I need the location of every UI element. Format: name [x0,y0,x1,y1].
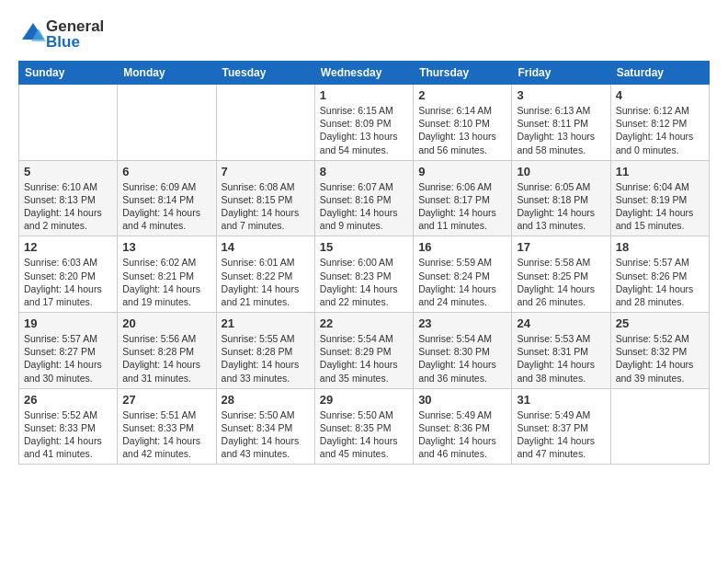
day-info: Sunrise: 6:06 AMSunset: 8:17 PMDaylight:… [418,180,506,233]
calendar-day-cell: 6Sunrise: 6:09 AMSunset: 8:14 PMDaylight… [118,160,216,236]
day-number: 30 [418,393,506,407]
day-info-line: Sunrise: 6:03 AM [24,256,112,269]
day-info-line: Daylight: 14 hours [122,206,210,219]
day-info-line: Sunset: 8:36 PM [418,421,506,434]
day-info-line: Sunrise: 5:52 AM [24,408,112,421]
calendar-day-cell: 28Sunrise: 5:50 AMSunset: 8:34 PMDayligh… [216,388,314,465]
day-info-line: Sunrise: 5:54 AM [418,332,506,345]
day-number: 16 [418,240,506,254]
day-info-line: Sunrise: 6:10 AM [24,180,112,193]
day-info-line: Sunset: 8:23 PM [320,270,408,282]
day-info-line: and 22 minutes. [320,295,408,308]
calendar-day-cell: 18Sunrise: 5:57 AMSunset: 8:26 PMDayligh… [610,236,709,313]
calendar-day-cell: 31Sunrise: 5:49 AMSunset: 8:37 PMDayligh… [512,388,610,465]
day-info-line: Daylight: 14 hours [24,434,112,447]
logo-icon [20,21,46,47]
calendar-body: 1Sunrise: 6:15 AMSunset: 8:09 PMDaylight… [19,85,710,465]
day-info: Sunrise: 5:54 AMSunset: 8:29 PMDaylight:… [320,332,408,385]
day-info: Sunrise: 6:01 AMSunset: 8:22 PMDaylight:… [222,256,310,308]
day-info-line: Sunrise: 6:14 AM [418,104,506,117]
day-info-line: and 0 minutes. [616,144,704,156]
day-info-line: Daylight: 14 hours [418,206,506,219]
day-info-line: and 36 minutes. [418,372,506,385]
day-number: 15 [320,240,408,254]
day-info-line: Sunrise: 6:07 AM [320,180,408,193]
day-info-line: and 58 minutes. [517,144,605,156]
day-info-line: Sunrise: 5:57 AM [24,332,112,345]
day-info-line: Daylight: 14 hours [320,206,408,219]
calendar-day-cell: 26Sunrise: 5:52 AMSunset: 8:33 PMDayligh… [19,388,118,465]
day-info-line: Sunset: 8:13 PM [24,193,112,206]
day-info-line: and 45 minutes. [320,447,408,460]
calendar-day-cell: 9Sunrise: 6:06 AMSunset: 8:17 PMDaylight… [414,160,512,236]
day-number: 4 [616,88,704,102]
day-number: 20 [122,316,210,330]
day-number: 21 [222,316,310,330]
day-info-line: and 31 minutes. [122,372,210,385]
calendar-week-row: 5Sunrise: 6:10 AMSunset: 8:13 PMDaylight… [19,160,710,236]
weekday-header-wednesday: Wednesday [314,62,413,85]
day-number: 3 [517,88,605,102]
weekday-header-row: SundayMondayTuesdayWednesdayThursdayFrid… [19,62,710,85]
day-info-line: Sunset: 8:10 PM [418,117,506,130]
weekday-header-friday: Friday [512,62,610,85]
day-info-line: Sunset: 8:19 PM [616,193,704,206]
weekday-header-thursday: Thursday [414,62,512,85]
day-info-line: Daylight: 14 hours [122,358,210,371]
day-info: Sunrise: 5:53 AMSunset: 8:31 PMDaylight:… [517,332,605,385]
day-info-line: Daylight: 14 hours [320,434,408,447]
day-info-line: and 38 minutes. [517,372,605,385]
day-info: Sunrise: 6:12 AMSunset: 8:12 PMDaylight:… [616,104,704,156]
empty-cell [610,388,709,465]
day-info-line: and 35 minutes. [320,372,408,385]
calendar-day-cell: 24Sunrise: 5:53 AMSunset: 8:31 PMDayligh… [512,313,610,389]
day-info-line: Daylight: 14 hours [517,206,605,219]
calendar-day-cell: 15Sunrise: 6:00 AMSunset: 8:23 PMDayligh… [314,236,413,313]
day-info-line: Daylight: 14 hours [24,206,112,219]
calendar-day-cell: 1Sunrise: 6:15 AMSunset: 8:09 PMDaylight… [314,85,413,161]
calendar-day-cell: 3Sunrise: 6:13 AMSunset: 8:11 PMDaylight… [512,85,610,161]
calendar-day-cell: 10Sunrise: 6:05 AMSunset: 8:18 PMDayligh… [512,160,610,236]
day-info: Sunrise: 5:57 AMSunset: 8:27 PMDaylight:… [24,332,112,385]
day-info-line: and 26 minutes. [517,295,605,308]
day-info-line: Daylight: 14 hours [616,206,704,219]
day-number: 12 [24,240,112,254]
day-info-line: Daylight: 14 hours [418,358,506,371]
day-info-line: and 47 minutes. [517,447,605,460]
day-info-line: Sunset: 8:26 PM [616,270,704,282]
day-info: Sunrise: 5:59 AMSunset: 8:24 PMDaylight:… [418,256,506,308]
day-info-line: and 54 minutes. [320,144,408,156]
day-info-line: Sunset: 8:28 PM [222,345,310,358]
day-info: Sunrise: 5:58 AMSunset: 8:25 PMDaylight:… [517,256,605,308]
day-info: Sunrise: 6:13 AMSunset: 8:11 PMDaylight:… [517,104,605,156]
day-number: 29 [320,393,408,407]
day-info-line: Sunset: 8:14 PM [122,193,210,206]
day-info-line: Sunrise: 6:15 AM [320,104,408,117]
day-number: 17 [517,240,605,254]
day-info: Sunrise: 5:50 AMSunset: 8:35 PMDaylight:… [320,408,408,461]
day-info-line: Sunrise: 5:50 AM [222,408,310,421]
calendar-table: SundayMondayTuesdayWednesdayThursdayFrid… [18,61,710,465]
day-number: 6 [122,165,210,178]
day-info-line: Sunrise: 6:01 AM [222,256,310,269]
day-info-line: Sunrise: 5:56 AM [122,332,210,345]
day-info-line: and 41 minutes. [24,447,112,460]
day-number: 8 [320,165,408,178]
day-info: Sunrise: 6:00 AMSunset: 8:23 PMDaylight:… [320,256,408,308]
day-info: Sunrise: 5:57 AMSunset: 8:26 PMDaylight:… [616,256,704,308]
day-info: Sunrise: 5:52 AMSunset: 8:32 PMDaylight:… [616,332,704,385]
day-info-line: and 33 minutes. [222,372,310,385]
day-info-line: Daylight: 14 hours [517,434,605,447]
calendar-day-cell: 2Sunrise: 6:14 AMSunset: 8:10 PMDaylight… [414,85,512,161]
day-info: Sunrise: 6:03 AMSunset: 8:20 PMDaylight:… [24,256,112,308]
day-info-line: Sunrise: 6:08 AM [222,180,310,193]
day-info-line: Sunrise: 5:54 AM [320,332,408,345]
day-number: 22 [320,316,408,330]
day-info-line: Sunrise: 6:12 AM [616,104,704,117]
day-info: Sunrise: 6:07 AMSunset: 8:16 PMDaylight:… [320,180,408,233]
day-info: Sunrise: 6:15 AMSunset: 8:09 PMDaylight:… [320,104,408,156]
day-info-line: Sunrise: 6:00 AM [320,256,408,269]
day-info-line: Daylight: 13 hours [517,130,605,143]
day-info-line: Daylight: 14 hours [222,358,310,371]
day-info-line: and 24 minutes. [418,295,506,308]
